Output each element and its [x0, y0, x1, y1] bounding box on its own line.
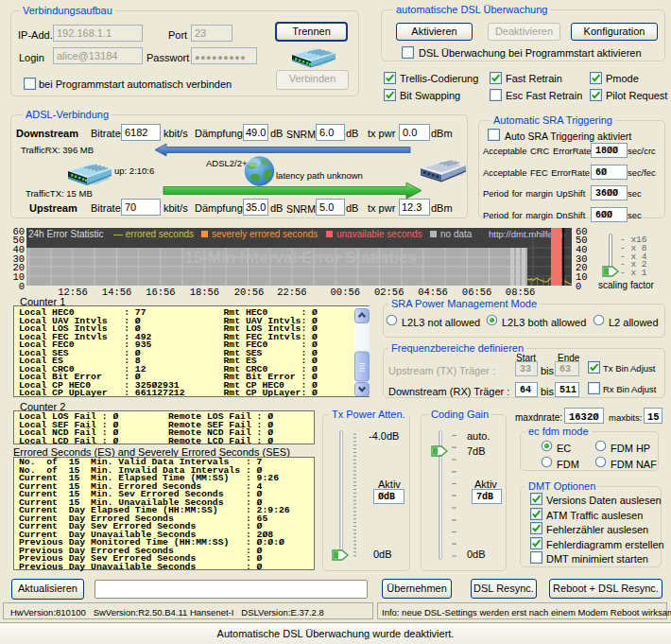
svg-text:22:56: 22:56: [277, 287, 307, 298]
svg-text:14:56: 14:56: [102, 287, 132, 298]
svg-text:severely errored seconds: severely errored seconds: [212, 229, 318, 239]
svg-text:18:56: 18:56: [190, 287, 220, 298]
svg-text:0: 0: [19, 281, 25, 292]
svg-text:24h Error Statistic: 24h Error Statistic: [28, 229, 103, 239]
svg-text:— errored seconds: — errored seconds: [113, 229, 194, 239]
svg-text:20:56: 20:56: [234, 287, 265, 298]
svg-text:16:56: 16:56: [146, 287, 176, 298]
